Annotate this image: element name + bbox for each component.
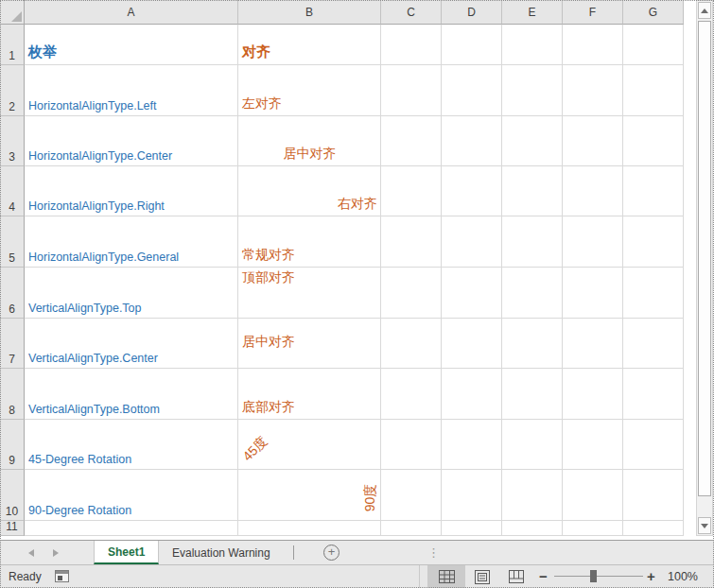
cell-F3[interactable] [563,116,623,166]
cell-C1[interactable] [381,25,442,65]
cell-F1[interactable] [563,25,623,65]
zoom-out-button[interactable]: − [539,568,548,584]
cell-E7[interactable] [502,319,563,369]
cell-F11[interactable] [563,521,623,536]
cell-F10[interactable] [563,470,623,521]
page-break-preview-button[interactable] [499,565,533,588]
cell-B10[interactable]: 90度 [238,470,381,521]
cell-D11[interactable] [442,521,502,536]
cell-B6[interactable]: 顶部对齐 [238,268,381,319]
cell-G11[interactable] [623,521,684,536]
cell-B2[interactable]: 左对齐 [238,65,381,116]
normal-view-button[interactable] [427,565,465,588]
cell-D1[interactable] [442,25,502,65]
cell-F7[interactable] [563,319,623,369]
cell-B1[interactable]: 对齐 [238,25,381,65]
tab-splitter-handle[interactable]: ⋮ [427,544,440,562]
cell-B7[interactable]: 居中对齐 [238,319,381,369]
row-header-9[interactable]: 9 [0,420,25,470]
cell-G5[interactable] [623,216,684,268]
cell-A5[interactable]: HorizontalAlignType.General [25,216,238,268]
cell-F8[interactable] [563,369,623,420]
row-header-6[interactable]: 6 [0,268,25,319]
row-header-2[interactable]: 2 [0,65,25,116]
page-layout-view-button[interactable] [465,565,499,588]
column-header-D[interactable]: D [442,0,502,25]
cell-C11[interactable] [381,521,442,536]
cell-A1[interactable]: 枚举 [25,25,238,65]
cell-A3[interactable]: HorizontalAlignType.Center [25,116,238,166]
row-header-5[interactable]: 5 [0,216,25,268]
cell-A9[interactable]: 45-Degree Rotation [25,420,238,470]
column-header-A[interactable]: A [25,0,238,25]
cell-G4[interactable] [623,166,684,216]
cell-E9[interactable] [502,420,563,470]
zoom-slider-handle[interactable] [590,570,597,582]
cell-G8[interactable] [623,369,684,420]
row-header-3[interactable]: 3 [0,116,25,166]
cell-G9[interactable] [623,420,684,470]
cell-E3[interactable] [502,116,563,166]
select-all-corner[interactable] [0,0,25,25]
cell-B5[interactable]: 常规对齐 [238,216,381,268]
cell-B9[interactable]: 45度 [238,420,381,470]
cell-A8[interactable]: VerticalAlignType.Bottom [25,369,238,420]
cell-C3[interactable] [381,116,442,166]
tab-evaluation-warning[interactable]: Evaluation Warning [159,541,284,564]
cell-G3[interactable] [623,116,684,166]
row-header-7[interactable]: 7 [0,319,25,369]
cell-E11[interactable] [502,521,563,536]
cell-A10[interactable]: 90-Degree Rotation [25,470,238,521]
cell-E6[interactable] [502,268,563,319]
cell-D3[interactable] [442,116,502,166]
zoom-percent-label[interactable]: 100% [662,570,698,583]
cell-E10[interactable] [502,470,563,521]
cell-B4[interactable]: 右对齐 [238,166,381,216]
macro-record-icon[interactable] [55,570,69,582]
cell-D6[interactable] [442,268,502,319]
cell-E5[interactable] [502,216,563,268]
cell-D9[interactable] [442,420,502,470]
vertical-scrollbar[interactable] [696,0,713,536]
column-header-B[interactable]: B [238,0,381,25]
cell-C2[interactable] [381,65,442,116]
cell-E2[interactable] [502,65,563,116]
tab-scroll-left-icon[interactable] [28,549,34,557]
cell-G10[interactable] [623,470,684,521]
cell-G6[interactable] [623,268,684,319]
cell-A2[interactable]: HorizontalAlignType.Left [25,65,238,116]
cell-F5[interactable] [563,216,623,268]
scroll-up-button[interactable] [698,2,711,19]
cell-A6[interactable]: VerticalAlignType.Top [25,268,238,319]
column-header-G[interactable]: G [623,0,684,25]
cell-E1[interactable] [502,25,563,65]
column-header-E[interactable]: E [502,0,563,25]
cell-D7[interactable] [442,319,502,369]
cell-C7[interactable] [381,319,442,369]
tab-sheet1[interactable]: Sheet1 [94,541,159,564]
row-header-11[interactable]: 11 [0,521,25,536]
cell-E8[interactable] [502,369,563,420]
zoom-in-button[interactable]: + [647,568,655,584]
cell-D5[interactable] [442,216,502,268]
cell-G7[interactable] [623,319,684,369]
cell-C8[interactable] [381,369,442,420]
add-sheet-button[interactable]: + [323,545,340,561]
tab-scroll-right-icon[interactable] [53,549,59,557]
cell-C9[interactable] [381,420,442,470]
cell-F9[interactable] [563,420,623,470]
column-header-F[interactable]: F [563,0,623,25]
scroll-down-button[interactable] [698,517,711,534]
cell-A11[interactable] [25,521,238,536]
cell-C6[interactable] [381,268,442,319]
cell-F6[interactable] [563,268,623,319]
row-header-4[interactable]: 4 [0,166,25,216]
row-header-10[interactable]: 10 [0,470,25,521]
cell-F4[interactable] [563,166,623,216]
cell-G2[interactable] [623,65,684,116]
cell-G1[interactable] [623,25,684,65]
cell-A4[interactable]: HorizontalAlignType.Right [25,166,238,216]
cell-B3[interactable]: 居中对齐 [238,116,381,166]
row-header-8[interactable]: 8 [0,369,25,420]
cell-F2[interactable] [563,65,623,116]
